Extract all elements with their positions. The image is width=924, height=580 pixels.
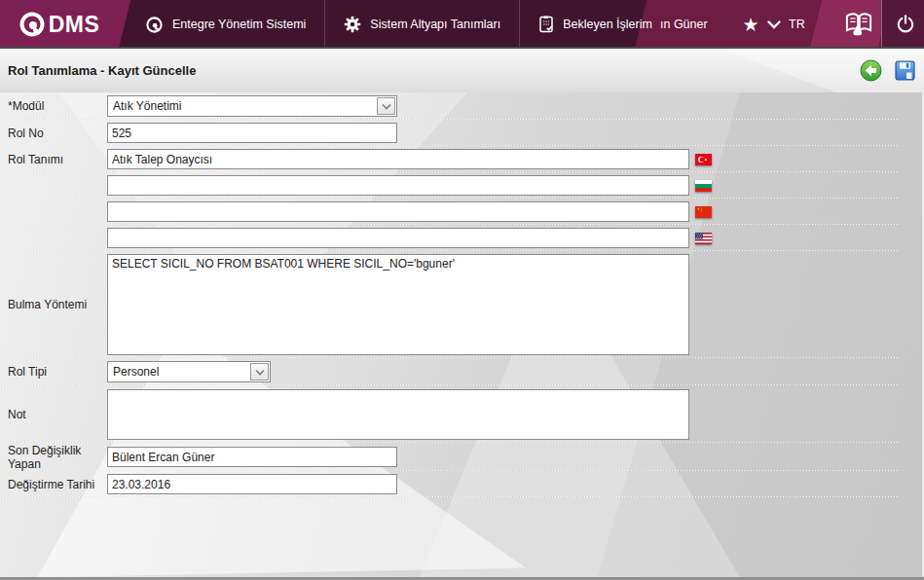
menu-item-entegre-yonetim-sistemi[interactable]: Entegre Yönetim Sistemi xyxy=(127,0,324,49)
language-code: TR xyxy=(789,18,805,31)
son-degisiklik-yapan-input[interactable] xyxy=(107,447,397,467)
form-content-area: *Modül Atık Yönetimi Rol No Rol Tanımı xyxy=(0,92,924,578)
form-row-degistirme-tarihi: Değiştirme Tarihi xyxy=(0,471,924,497)
form-row-bulma-yontemi: Bulma Yöntemi SELECT SICIL_NO FROM BSAT0… xyxy=(0,251,924,358)
form-row-rol-tanimi-cn xyxy=(0,199,924,225)
rol-tanimi-cn-input[interactable] xyxy=(107,201,689,222)
modul-select-value: Atık Yönetimi xyxy=(108,99,377,113)
field-label-bulma-yontemi: Bulma Yöntemi xyxy=(0,298,107,311)
logged-in-user[interactable]: ın Güner xyxy=(660,0,708,49)
flag-usa-icon[interactable] xyxy=(695,233,712,244)
field-label-rol-tipi: Rol Tipi xyxy=(0,365,107,379)
chevron-down-icon xyxy=(767,20,781,29)
field-label-degistirme-tarihi: Değiştirme Tarihi xyxy=(0,478,107,491)
degistirme-tarihi-input[interactable] xyxy=(107,474,397,494)
field-label-rol-no: Rol No xyxy=(0,127,107,140)
chevron-down-icon[interactable] xyxy=(250,363,269,381)
rol-no-input[interactable] xyxy=(107,123,397,143)
qdms-q-icon xyxy=(18,10,47,39)
save-floppy-icon xyxy=(895,60,915,81)
qdms-window: DMS Entegre Yönetim Sistemi xyxy=(0,0,924,580)
menu-item-bekleyen-islerim[interactable]: Bekleyen İşlerim xyxy=(519,0,671,49)
star-icon: ★ xyxy=(742,14,758,36)
gear-icon xyxy=(344,16,361,33)
form-row-rol-tanimi-en xyxy=(0,225,924,251)
toolbar-actions xyxy=(859,59,916,83)
power-icon xyxy=(896,15,915,34)
q-circle-icon xyxy=(145,16,164,34)
clipboard-check-icon xyxy=(538,16,554,33)
flag-turkey-icon[interactable] xyxy=(695,154,712,165)
favorites-button[interactable]: ★ xyxy=(736,0,765,49)
top-navbar: DMS Entegre Yönetim Sistemi xyxy=(0,0,924,49)
rol-tipi-select-value: Personel xyxy=(108,365,250,379)
menu-label: Bekleyen İşlerim xyxy=(563,18,652,31)
field-label-not: Not xyxy=(0,408,107,421)
flag-china-icon[interactable] xyxy=(695,206,712,218)
qdms-logo[interactable]: DMS xyxy=(0,0,117,49)
form-row-son-degisiklik-yapan: Son Değişiklik Yapan xyxy=(0,443,924,471)
menu-label: Sistem Altyapı Tanımları xyxy=(370,18,500,31)
not-textarea[interactable] xyxy=(107,389,689,440)
role-definition-form: *Modül Atık Yönetimi Rol No Rol Tanımı xyxy=(0,92,924,497)
form-row-rol-tanimi-tr: Rol Tanımı xyxy=(0,146,924,172)
modul-select[interactable]: Atık Yönetimi xyxy=(107,95,397,117)
book-hand-icon xyxy=(844,12,873,37)
menu-item-sistem-altyapi-tanimlari[interactable]: Sistem Altyapı Tanımları xyxy=(324,0,519,49)
green-back-arrow-icon xyxy=(860,59,882,82)
form-row-rol-tipi: Rol Tipi Personel xyxy=(0,358,924,385)
back-button[interactable] xyxy=(859,59,882,83)
page-toolbar: Rol Tanımlama - Kayıt Güncelle xyxy=(0,49,924,92)
rol-tipi-select[interactable]: Personel xyxy=(107,361,271,382)
chevron-down-icon[interactable] xyxy=(377,97,395,115)
help-manual-button[interactable] xyxy=(839,0,878,49)
field-label-rol-tanimi: Rol Tanımı xyxy=(0,153,107,166)
form-row-rol-tanimi-bg xyxy=(0,172,924,199)
field-label-son-degisiklik-yapan: Son Değişiklik Yapan xyxy=(0,444,107,471)
flag-bulgaria-icon[interactable] xyxy=(695,180,712,192)
language-selector[interactable]: TR xyxy=(767,0,805,49)
page-title: Rol Tanımlama - Kayıt Güncelle xyxy=(8,63,196,78)
qdms-logo-text: DMS xyxy=(49,12,100,38)
form-row-not: Not xyxy=(0,385,924,443)
rol-tanimi-tr-input[interactable] xyxy=(107,149,689,169)
field-label-modul: *Modül xyxy=(0,99,107,113)
rol-tanimi-en-input[interactable] xyxy=(107,228,689,248)
logout-button[interactable] xyxy=(886,0,924,49)
bulma-yontemi-textarea[interactable]: SELECT SICIL_NO FROM BSAT001 WHERE SICIL… xyxy=(107,254,689,355)
rol-tanimi-bg-input[interactable] xyxy=(107,175,689,196)
save-button[interactable] xyxy=(893,59,916,83)
menu-label: Entegre Yönetim Sistemi xyxy=(172,18,306,31)
form-row-rol-no: Rol No xyxy=(0,120,924,146)
main-menu: Entegre Yönetim Sistemi xyxy=(127,0,671,49)
form-row-modul: *Modül Atık Yönetimi xyxy=(0,92,924,120)
